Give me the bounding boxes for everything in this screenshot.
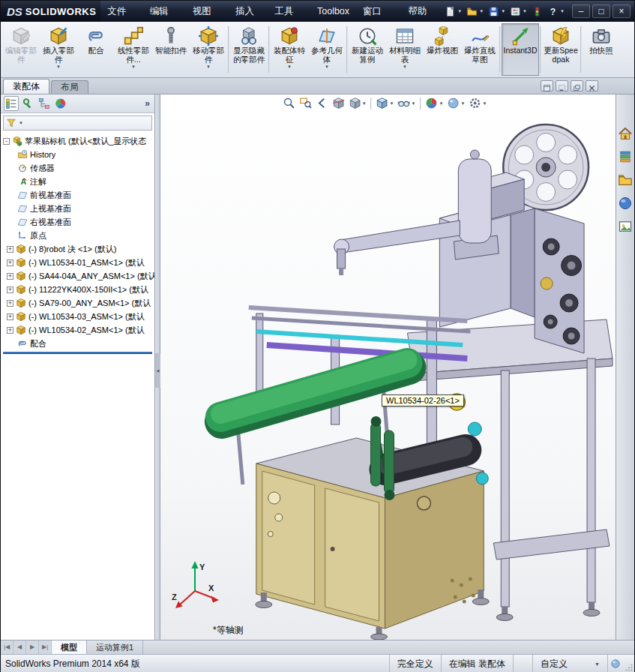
doc-cascade-button[interactable] (571, 80, 583, 92)
new-motion-study-button[interactable]: 新建运动算例 (349, 23, 386, 76)
panel-expand-button[interactable]: » (145, 98, 151, 109)
view-settings-button[interactable]: ▼ (468, 96, 487, 110)
menu-help[interactable]: 帮助(H) (401, 1, 445, 22)
tree-item[interactable]: 配合 (1, 337, 154, 350)
tree-item-root[interactable]: -苹果贴标机 (默认<默认_显示状态 (1, 134, 154, 148)
rebuild-button[interactable] (532, 6, 543, 17)
tree-item[interactable]: 原点 (1, 229, 154, 242)
help-button[interactable]: ?▼ (547, 6, 565, 17)
tree-item[interactable]: +(-) WL10534-01_ASM<1> (默认 (1, 256, 154, 269)
tab-scroll-button-0[interactable]: |◀ (1, 640, 13, 654)
filter-dropdown-icon[interactable]: ▼ (19, 121, 23, 125)
tree-item[interactable]: +(-) 8)robot 决 <1> (默认) (1, 242, 154, 256)
rollback-bar[interactable] (3, 352, 152, 354)
caret-down-icon: ▼ (325, 64, 329, 69)
new-document-button[interactable]: ▼ (445, 6, 462, 17)
linear-component-pattern-button[interactable]: 线性零部件...▼ (115, 23, 152, 76)
doc-restore-button[interactable] (541, 80, 553, 92)
filter-bar[interactable]: ▼ (3, 116, 152, 130)
collapse-expander-icon[interactable]: - (3, 138, 10, 145)
panel-tab-displaymanager[interactable] (53, 96, 68, 111)
insert-component-button[interactable]: 插入零部件▼ (40, 23, 77, 76)
caret-down-icon: ▼ (287, 64, 292, 69)
solidworks-resources-button[interactable] (618, 126, 633, 141)
tree-item[interactable]: 前视基准面 (1, 188, 154, 202)
smart-fasteners-button[interactable]: 智能扣件 (152, 23, 190, 76)
assembly-features-button[interactable]: 装配体特征▼ (271, 23, 308, 76)
reference-geometry-button[interactable]: 参考几何体▼ (308, 23, 346, 76)
expand-expander-icon[interactable]: + (7, 273, 13, 280)
viewport[interactable]: ▼▼▼▼▼▼ WL10534-02-26<1> Y X Z *等轴测 (160, 94, 617, 640)
tree-item[interactable]: A注解 (1, 175, 154, 188)
menu-edit[interactable]: 编辑(E) (143, 1, 186, 22)
menu-view[interactable]: 视图(V) (186, 1, 229, 22)
design-library-button[interactable] (618, 149, 633, 164)
edit-appearance-button[interactable]: ▼ (425, 96, 445, 110)
apply-scene-button[interactable]: ▼ (446, 96, 466, 110)
tab-assembly[interactable]: 装配体 (3, 79, 49, 94)
minimize-button[interactable]: – (572, 4, 590, 18)
tab-motion-study-1[interactable]: 运动算例1 (87, 640, 143, 654)
show-hidden-components-button[interactable]: 显示隐藏的零部件 (230, 23, 268, 76)
menu-insert[interactable]: 插入(I) (229, 1, 268, 22)
expand-expander-icon[interactable]: + (7, 327, 13, 334)
update-speedpak-button[interactable]: 更新Speedpak (542, 23, 580, 76)
section-view-button[interactable] (331, 96, 346, 110)
tab-scroll-button-1[interactable]: ◀ (13, 640, 26, 654)
tree-item[interactable]: 传感器 (1, 161, 154, 175)
status-custom-dropdown[interactable]: 自定义 ▼ (532, 655, 607, 672)
tab-scroll-button-2[interactable]: ▶ (26, 640, 39, 654)
orientation-triad: Y X Z (171, 558, 223, 618)
panel-collapse-button[interactable]: ◀ (155, 353, 160, 388)
zoom-area-button[interactable] (298, 96, 313, 110)
save-document-button[interactable]: ▼ (488, 6, 505, 17)
previous-view-button[interactable] (315, 96, 329, 110)
expand-expander-icon[interactable]: + (7, 300, 13, 307)
doc-close-button[interactable] (586, 80, 598, 92)
doc-minimize-button[interactable] (556, 80, 568, 92)
explode-line-sketch-button[interactable]: 爆炸直线草图 (461, 23, 499, 76)
resize-grip[interactable] (622, 655, 634, 672)
tree-item[interactable]: History (1, 148, 154, 161)
panel-tab-propertymanager[interactable] (20, 96, 35, 111)
instant3d-button[interactable]: Instant3D (502, 23, 539, 76)
panel-splitter[interactable]: ◀ (155, 94, 160, 640)
file-explorer-button[interactable] (618, 172, 633, 188)
options-button[interactable]: ▼ (510, 6, 527, 17)
close-button[interactable]: × (613, 4, 631, 18)
panel-tab-featuremanager[interactable] (4, 96, 19, 111)
appearances-scenes-button[interactable] (618, 196, 633, 211)
view-palette-button[interactable] (618, 219, 633, 234)
tree-item[interactable]: +(-) 11222YK400X-150II<1> (默认 (1, 283, 154, 296)
maximize-button[interactable]: □ (592, 4, 610, 18)
tree-item[interactable]: 上视基准面 (1, 202, 154, 215)
tab-layout[interactable]: 布局 (51, 80, 88, 94)
tree-item[interactable]: +(-) WL10534-02_ASM<1> (默认 (1, 323, 154, 337)
tree-item[interactable]: +(-) WL10534-03_ASM<1> (默认 (1, 310, 154, 323)
panel-tab-configurationmanager[interactable] (37, 96, 52, 111)
zoom-fit-button[interactable] (282, 96, 296, 110)
robot-arm[interactable] (334, 150, 499, 275)
view-orientation-button[interactable]: ▼ (348, 96, 367, 110)
menu-toolbox[interactable]: Toolbox (310, 1, 356, 22)
expand-expander-icon[interactable]: + (7, 246, 13, 253)
open-document-button[interactable]: ▼ (466, 6, 484, 17)
expand-expander-icon[interactable]: + (7, 286, 13, 293)
tab-model[interactable]: 模型 (52, 640, 87, 654)
menu-file[interactable]: 文件(F) (100, 1, 142, 22)
expand-expander-icon[interactable]: + (7, 314, 13, 320)
hide-show-items-button[interactable]: ▼ (397, 96, 417, 110)
display-style-button[interactable]: ▼ (376, 96, 395, 110)
menu-window[interactable]: 窗口(W) (356, 1, 401, 22)
menu-tools[interactable]: 工具(T) (268, 1, 310, 22)
take-snapshot-button[interactable]: 拍快照 (583, 23, 620, 76)
tab-scroll-button-3[interactable]: ▶| (39, 640, 52, 654)
tree-item[interactable]: +(-) SA44-04A_ANY_ASM<1> (默认 (1, 269, 154, 283)
exploded-view-button[interactable]: 爆炸视图 (424, 23, 461, 76)
mate-button[interactable]: 配合 (77, 23, 115, 76)
bill-of-materials-button[interactable]: 材料明细表▼ (386, 23, 424, 76)
expand-expander-icon[interactable]: + (7, 260, 13, 266)
move-component-button[interactable]: 移动零部件▼ (190, 23, 227, 76)
tree-item[interactable]: 右视基准面 (1, 215, 154, 229)
tree-item[interactable]: +(-) SA79-00_ANY_ASM<1> (默认 (1, 296, 154, 310)
